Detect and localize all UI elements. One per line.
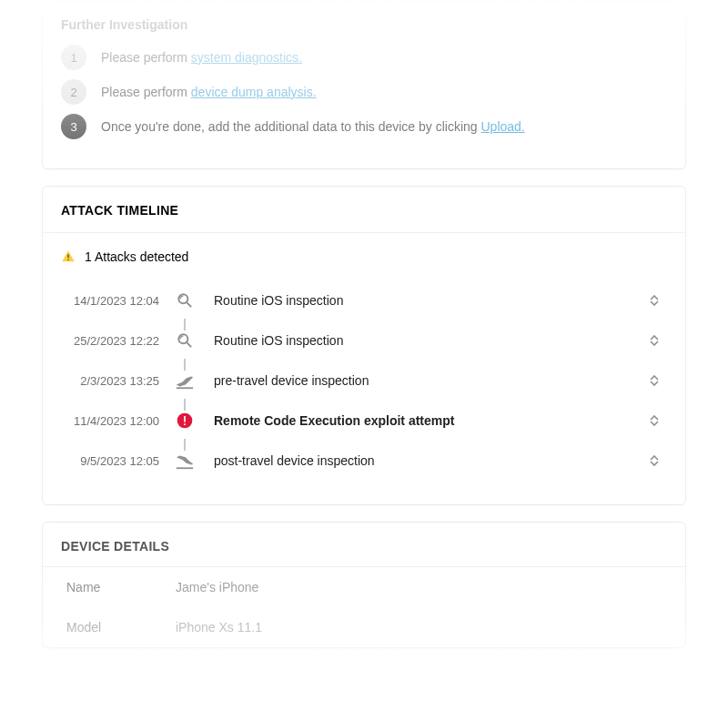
system-diagnostics-link[interactable]: system diagnostics.	[191, 50, 302, 65]
timeline-label: Routine iOS inspection	[203, 333, 642, 348]
svg-rect-1	[67, 259, 68, 260]
attack-timeline-card: ATTACK TIMELINE 1 Attacks detected 14/1/…	[42, 186, 686, 505]
step-prefix: Please perform	[101, 50, 191, 65]
step-text: Please perform system diagnostics.	[101, 50, 302, 65]
device-detail-row: Model iPhone Xs 11.1	[43, 607, 685, 647]
timeline-date: 2/3/2023 13:25	[61, 374, 167, 388]
device-details-heading: DEVICE DETAILS	[61, 539, 667, 554]
chevron-down-icon	[650, 461, 659, 466]
step-number-badge: 1	[61, 45, 86, 70]
investigation-step: 2 Please perform device dump analysis.	[61, 79, 667, 105]
step-text: Once you're done, add the additional dat…	[101, 119, 525, 134]
timeline-row: 11/4/2023 12:00 Remote Code Execution ex…	[61, 401, 667, 441]
investigation-step: 1 Please perform system diagnostics.	[61, 45, 667, 70]
alert-icon	[175, 411, 195, 431]
expand-toggle[interactable]	[642, 375, 667, 386]
detail-value: iPhone Xs 11.1	[176, 620, 662, 635]
step-text: Please perform device dump analysis.	[101, 85, 317, 99]
investigation-title: Further Investigation	[61, 17, 667, 32]
expand-toggle[interactable]	[642, 335, 667, 346]
timeline-row: 2/3/2023 13:25 pre-travel device inspect…	[61, 361, 667, 401]
step-prefix: Once you're done, add the additional dat…	[101, 119, 481, 134]
timeline-date: 14/1/2023 12:04	[61, 294, 167, 308]
step-number-badge: 2	[61, 79, 86, 105]
timeline-date: 9/5/2023 12:05	[61, 454, 167, 468]
detail-key: Name	[66, 580, 176, 594]
svg-line-5	[187, 342, 191, 347]
timeline-row: 9/5/2023 12:05 post-travel device inspec…	[61, 441, 667, 481]
magnify-icon	[175, 330, 195, 350]
timeline-label: Remote Code Execution exploit attempt	[203, 413, 642, 428]
upload-link[interactable]: Upload.	[481, 119, 525, 134]
chevron-down-icon	[650, 300, 659, 306]
plane-depart-icon	[175, 371, 195, 391]
svg-rect-8	[184, 416, 186, 422]
expand-toggle[interactable]	[642, 295, 667, 306]
svg-rect-9	[184, 423, 186, 425]
warning-icon	[61, 249, 76, 264]
further-investigation-card: Further Investigation 1 Please perform s…	[42, 0, 686, 169]
timeline-date: 25/2/2023 12:22	[61, 334, 167, 348]
detail-key: Model	[66, 620, 176, 635]
expand-toggle[interactable]	[642, 415, 667, 426]
attacks-detected-row: 1 Attacks detected	[43, 233, 685, 271]
timeline-date: 11/4/2023 12:00	[61, 414, 167, 428]
timeline-label: Routine iOS inspection	[203, 293, 642, 308]
step-prefix: Please perform	[101, 85, 191, 99]
timeline-heading: ATTACK TIMELINE	[61, 203, 667, 218]
timeline-label: pre-travel device inspection	[203, 373, 642, 388]
device-details-header: DEVICE DETAILS	[43, 523, 685, 567]
timeline-row: 25/2/2023 12:22 Routine iOS inspection	[61, 320, 667, 361]
timeline-list: 14/1/2023 12:04 Routine iOS inspection 2…	[43, 271, 685, 504]
magnify-icon	[175, 290, 195, 310]
timeline-row: 14/1/2023 12:04 Routine iOS inspection	[61, 280, 667, 320]
chevron-down-icon	[650, 421, 659, 426]
plane-arrive-icon	[175, 451, 195, 471]
attacks-detected-text: 1 Attacks detected	[85, 249, 188, 264]
chevron-down-icon	[650, 340, 659, 346]
device-details-card: DEVICE DETAILS Name Jame's iPhone Model …	[42, 522, 686, 648]
device-detail-row: Name Jame's iPhone	[43, 567, 685, 607]
expand-toggle[interactable]	[642, 455, 667, 466]
timeline-header: ATTACK TIMELINE	[43, 187, 685, 233]
investigation-step: 3 Once you're done, add the additional d…	[61, 114, 667, 139]
step-number-badge: 3	[61, 114, 86, 139]
device-dump-analysis-link[interactable]: device dump analysis.	[191, 85, 317, 99]
chevron-down-icon	[650, 381, 659, 386]
svg-line-3	[187, 302, 191, 307]
timeline-label: post-travel device inspection	[203, 453, 642, 468]
detail-value: Jame's iPhone	[176, 580, 662, 594]
svg-rect-0	[67, 254, 68, 258]
